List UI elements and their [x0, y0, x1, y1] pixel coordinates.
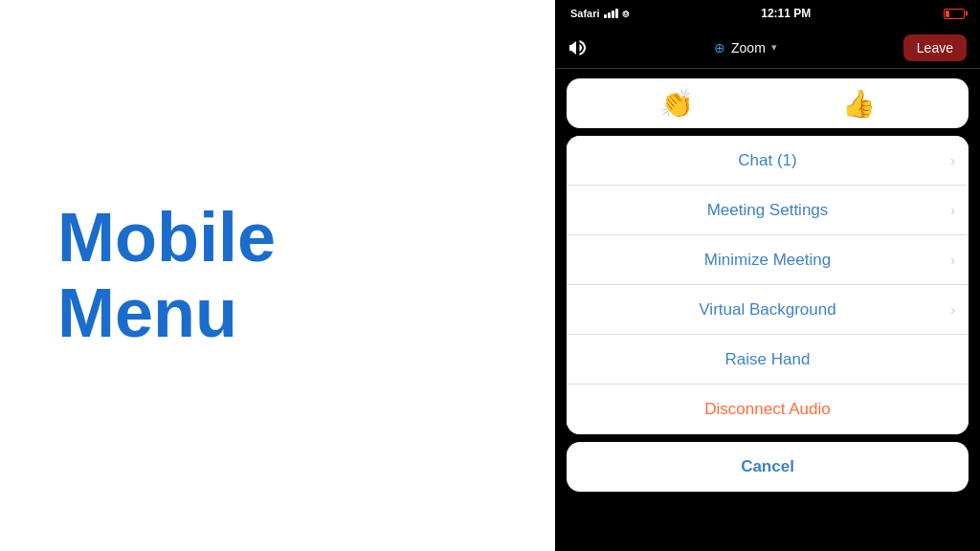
menu-list: Chat (1) › Meeting Settings › Minimize M… — [567, 136, 969, 434]
thumbsup-emoji[interactable]: 👍 — [842, 88, 876, 120]
cancel-button[interactable]: Cancel — [567, 442, 969, 492]
zoom-chevron-icon: ▾ — [771, 41, 777, 54]
signal-bar-4 — [615, 9, 618, 18]
menu-item-virtual-background[interactable]: Virtual Background › — [567, 285, 969, 335]
left-panel: Mobile Menu — [0, 0, 555, 551]
menu-item-disconnect-audio[interactable]: Disconnect Audio — [567, 385, 969, 434]
zoom-branding: ⊕ Zoom ▾ — [714, 40, 777, 55]
leave-button[interactable]: Leave — [903, 34, 967, 61]
menu-item-meeting-settings[interactable]: Meeting Settings › — [567, 186, 969, 235]
status-right — [944, 9, 965, 19]
zoom-toolbar: ⊕ Zoom ▾ Leave — [555, 27, 980, 69]
title-line1: Mobile — [57, 199, 276, 276]
chevron-right-icon: › — [950, 253, 955, 268]
reaction-bar: 👏 👍 — [567, 78, 969, 128]
battery-level — [946, 11, 949, 17]
chevron-right-icon: › — [950, 302, 955, 318]
signal-bar-3 — [612, 11, 614, 18]
menu-item-chat[interactable]: Chat (1) › — [567, 136, 969, 186]
zoom-app-name: Zoom — [731, 40, 766, 55]
chevron-right-icon: › — [950, 203, 955, 218]
cancel-container: Cancel — [567, 442, 969, 492]
signal-bars — [604, 9, 618, 18]
zoom-shield-icon: ⊕ — [714, 40, 725, 55]
title-line2: Menu — [57, 275, 237, 351]
status-bar: Safari ⌾ 12:11 PM — [555, 0, 980, 27]
battery-icon — [944, 9, 965, 19]
menu-item-minimize-meeting[interactable]: Minimize Meeting › — [567, 235, 969, 285]
wifi-icon: ⌾ — [622, 7, 629, 20]
status-left: Safari ⌾ — [570, 7, 629, 20]
signal-bar-1 — [604, 14, 607, 18]
page-title: Mobile Menu — [57, 200, 276, 351]
carrier-label: Safari — [570, 8, 600, 19]
speaker-icon — [568, 39, 588, 56]
phone-mockup: Safari ⌾ 12:11 PM ⊕ Zoom — [555, 0, 980, 551]
signal-bar-2 — [608, 12, 611, 18]
clap-emoji[interactable]: 👏 — [660, 88, 694, 120]
menu-item-raise-hand[interactable]: Raise Hand — [567, 335, 969, 385]
status-time: 12:11 PM — [761, 7, 811, 20]
chevron-right-icon: › — [950, 153, 955, 168]
